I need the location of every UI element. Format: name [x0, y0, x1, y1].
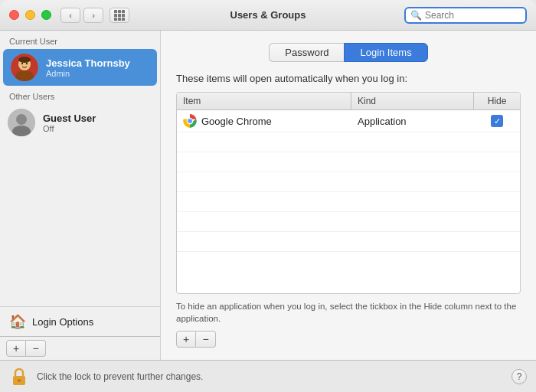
- titlebar: ‹ › Users & Groups 🔍: [0, 0, 536, 31]
- search-icon: 🔍: [410, 10, 422, 21]
- current-user-role: Admin: [46, 69, 130, 78]
- svg-point-5: [18, 57, 31, 63]
- add-item-button[interactable]: +: [176, 331, 196, 348]
- empty-row-2: [177, 152, 520, 172]
- search-input[interactable]: [425, 10, 521, 21]
- chrome-icon: [183, 114, 197, 128]
- table-body: Google Chrome Application ✓: [177, 110, 520, 252]
- right-panel: Password Login Items These items will op…: [161, 31, 536, 360]
- close-button[interactable]: [9, 10, 19, 20]
- remove-item-button[interactable]: −: [196, 331, 216, 348]
- lock-description: Click the lock to prevent further change…: [37, 371, 504, 382]
- col-item-header: Item: [177, 93, 351, 109]
- svg-point-7: [16, 114, 27, 125]
- guest-avatar: [8, 109, 35, 136]
- grid-button[interactable]: [109, 8, 129, 23]
- empty-row-3: [177, 172, 520, 192]
- svg-point-4: [26, 63, 28, 64]
- search-bar[interactable]: 🔍: [404, 7, 527, 24]
- guest-user-role: Off: [43, 124, 96, 133]
- lock-icon: [11, 367, 28, 387]
- table-row: Google Chrome Application ✓: [177, 110, 520, 132]
- grid-icon: [114, 10, 125, 21]
- description-text: These items will open automatically when…: [176, 73, 521, 84]
- minimize-button[interactable]: [25, 10, 35, 20]
- svg-point-13: [189, 120, 191, 122]
- bottom-bar: Click the lock to prevent further change…: [0, 360, 536, 392]
- guest-avatar-icon: [8, 109, 35, 136]
- empty-row-1: [177, 132, 520, 152]
- other-users-label: Other Users: [0, 86, 160, 104]
- current-user-name: Jessica Thornsby: [46, 57, 130, 69]
- help-button[interactable]: ?: [511, 369, 527, 384]
- item-kind-cell: Application: [351, 112, 474, 131]
- empty-row-4: [177, 192, 520, 212]
- login-options-label: Login Options: [32, 316, 93, 328]
- empty-row-5: [177, 212, 520, 232]
- back-button[interactable]: ‹: [60, 8, 80, 23]
- footer-text: To hide an application when you log in, …: [176, 300, 521, 325]
- svg-point-15: [18, 379, 21, 382]
- jessica-avatar-icon: [11, 54, 38, 81]
- current-user-label: Current User: [0, 31, 160, 49]
- item-hide-cell: ✓: [474, 111, 520, 131]
- traffic-lights: [9, 10, 51, 20]
- avatar: [11, 54, 38, 81]
- items-table: Item Kind Hide: [176, 92, 521, 294]
- table-header: Item Kind Hide: [177, 93, 520, 110]
- login-options-icon: 🏠: [9, 313, 26, 330]
- svg-point-3: [21, 63, 23, 64]
- tab-password[interactable]: Password: [269, 43, 344, 62]
- forward-button[interactable]: ›: [83, 8, 103, 23]
- current-user-item[interactable]: Jessica Thornsby Admin: [3, 49, 157, 86]
- add-remove-buttons: + −: [176, 331, 521, 348]
- lock-button[interactable]: [9, 367, 29, 387]
- guest-user-name: Guest User: [43, 113, 96, 124]
- col-hide-header: Hide: [474, 93, 520, 109]
- tab-bar: Password Login Items: [176, 43, 521, 62]
- item-name: Google Chrome: [201, 116, 272, 127]
- nav-buttons: ‹ ›: [60, 8, 103, 23]
- tab-login-items[interactable]: Login Items: [344, 43, 427, 62]
- guest-user-item[interactable]: Guest User Off: [0, 104, 160, 141]
- hide-checkbox[interactable]: ✓: [491, 115, 503, 127]
- sidebar-buttons: + −: [0, 336, 160, 360]
- login-options-item[interactable]: 🏠 Login Options: [0, 306, 160, 336]
- item-name-cell: Google Chrome: [177, 110, 351, 132]
- current-user-info: Jessica Thornsby Admin: [46, 57, 130, 78]
- col-kind-header: Kind: [351, 93, 474, 109]
- fullscreen-button[interactable]: [41, 10, 51, 20]
- remove-user-button[interactable]: −: [26, 340, 46, 357]
- empty-row-6: [177, 232, 520, 252]
- main-content: Current User Jessica Thorns: [0, 31, 536, 360]
- guest-user-info: Guest User Off: [43, 113, 96, 133]
- sidebar: Current User Jessica Thorns: [0, 31, 161, 360]
- add-user-button[interactable]: +: [6, 340, 26, 357]
